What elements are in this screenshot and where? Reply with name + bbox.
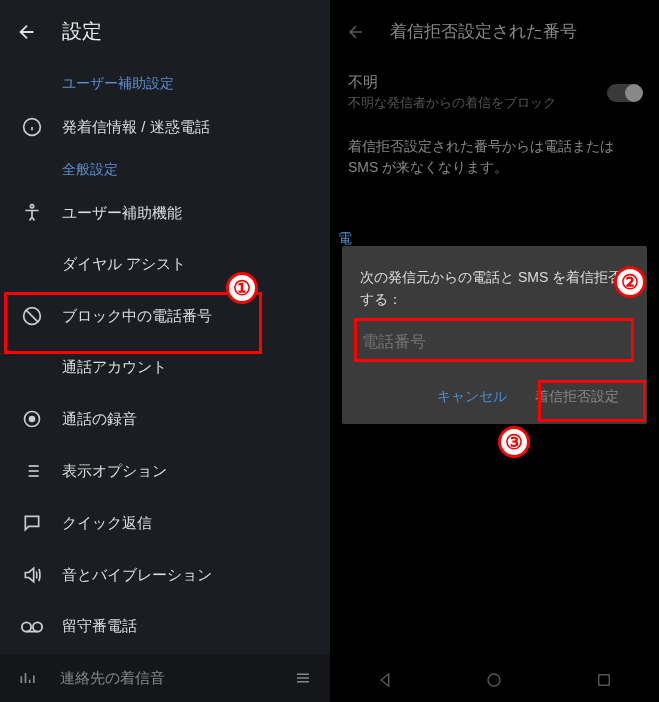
phone-number-input[interactable] [360, 325, 629, 360]
menu-display-options[interactable]: 表示オプション [0, 445, 330, 497]
block-icon [18, 306, 46, 326]
unknown-desc: 不明な発信者からの着信をブロック [348, 94, 556, 112]
badge-2: ② [614, 266, 646, 298]
svg-point-15 [33, 622, 42, 631]
svg-point-3 [30, 205, 33, 208]
system-navbar [330, 658, 659, 702]
menu-dial-assist[interactable]: ダイヤル アシスト [0, 239, 330, 290]
menu-label: 留守番電話 [62, 617, 137, 636]
settings-panel: 設定 ユーザー補助設定 発着信情報 / 迷惑電話 全般設定 ユーザー補助機能 ダ… [0, 0, 330, 702]
confirm-block-button[interactable]: 着信拒否設定 [525, 380, 629, 414]
menu-label: クイック返信 [62, 514, 152, 533]
unknown-title: 不明 [348, 73, 556, 92]
volume-icon [18, 565, 46, 585]
add-number-dialog: 次の発信元からの電話と SMS を着信拒否する： キャンセル 着信拒否設定 [342, 246, 647, 424]
back-arrow-icon[interactable] [346, 22, 366, 42]
unknown-caller-row[interactable]: 不明 不明な発信者からの着信をブロック [330, 63, 659, 122]
badge-1: ① [226, 272, 258, 304]
svg-point-20 [488, 674, 500, 686]
voicemail-icon [18, 620, 46, 634]
menu-label: ブロック中の電話番号 [62, 307, 212, 326]
header: 設定 [0, 0, 330, 67]
menu-quick-reply[interactable]: クイック返信 [0, 497, 330, 549]
svg-rect-21 [599, 675, 610, 686]
unknown-toggle[interactable] [607, 84, 641, 102]
info-icon [18, 117, 46, 137]
back-arrow-icon[interactable] [16, 21, 38, 43]
header-right: 着信拒否設定された番号 [330, 0, 659, 63]
menu-label: 通話アカウント [62, 358, 167, 377]
menu-label: 通話の録音 [62, 410, 137, 429]
blocked-numbers-panel: 着信拒否設定された番号 不明 不明な発信者からの着信をブロック 着信拒否設定され… [330, 0, 659, 702]
bottom-label[interactable]: 連絡先の着信音 [60, 669, 294, 688]
menu-call-account[interactable]: 通話アカウント [0, 342, 330, 393]
svg-point-14 [22, 622, 31, 631]
svg-point-7 [30, 417, 35, 422]
equalizer-icon[interactable] [18, 668, 38, 688]
info-text: 着信拒否設定された番号からは電話または SMS が来なくなります。 [330, 122, 659, 192]
menu-sound-vibration[interactable]: 音とバイブレーション [0, 549, 330, 601]
dialog-message: 次の発信元からの電話と SMS を着信拒否する： [360, 266, 629, 311]
menu-blocked-numbers[interactable]: ブロック中の電話番号 [0, 290, 330, 342]
menu-label: 発着信情報 / 迷惑電話 [62, 118, 210, 137]
page-title: 設定 [62, 18, 102, 45]
menu-recording[interactable]: 通話の録音 [0, 393, 330, 445]
menu-label: 音とバイブレーション [62, 566, 212, 585]
menu-caller-spam[interactable]: 発着信情報 / 迷惑電話 [0, 101, 330, 153]
record-icon [18, 409, 46, 429]
nav-recents-icon[interactable] [595, 671, 613, 689]
dialog-actions: キャンセル 着信拒否設定 [360, 380, 629, 414]
svg-line-5 [26, 310, 38, 322]
cancel-button[interactable]: キャンセル [427, 380, 517, 414]
bottom-bar-left: 連絡先の着信音 [0, 654, 330, 702]
menu-label: ダイヤル アシスト [62, 255, 186, 274]
section-header-general: 全般設定 [0, 153, 330, 187]
accessibility-icon [18, 203, 46, 223]
message-icon [18, 513, 46, 533]
page-title-right: 着信拒否設定された番号 [390, 20, 577, 43]
section-header-accessibility: ユーザー補助設定 [0, 67, 330, 101]
menu-icon[interactable] [294, 669, 312, 687]
badge-3: ③ [498, 426, 530, 458]
list-icon [18, 461, 46, 481]
menu-accessibility[interactable]: ユーザー補助機能 [0, 187, 330, 239]
menu-voicemail[interactable]: 留守番電話 [0, 601, 330, 652]
nav-back-icon[interactable] [376, 671, 394, 689]
menu-label: ユーザー補助機能 [62, 204, 182, 223]
menu-label: 表示オプション [62, 462, 167, 481]
nav-home-icon[interactable] [485, 671, 503, 689]
